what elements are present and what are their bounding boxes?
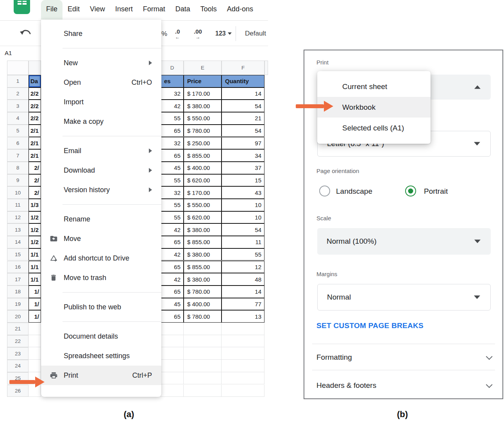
cell-d1[interactable]: es — [161, 75, 184, 87]
margins-select[interactable]: Normal — [317, 284, 491, 311]
cell-e23[interactable] — [184, 347, 222, 360]
cell-f11[interactable]: 10 — [222, 199, 265, 211]
row-header-24[interactable]: 24 — [7, 360, 29, 372]
row-header-7[interactable]: 7 — [7, 149, 29, 162]
file-menu-item-download[interactable]: Download — [41, 161, 161, 180]
cell-f25[interactable] — [222, 372, 265, 385]
cell-e20[interactable]: $ 780.00 — [184, 310, 222, 323]
portrait-radio[interactable] — [405, 186, 416, 196]
grid-corner[interactable] — [7, 61, 29, 75]
row-header-12[interactable]: 12 — [7, 211, 29, 224]
cell-e4[interactable]: $ 550.00 — [184, 112, 222, 125]
cell-f10[interactable]: 43 — [222, 186, 265, 199]
cell-a24[interactable] — [29, 360, 41, 372]
cell-a20[interactable]: 1/ — [29, 310, 41, 323]
row-header-18[interactable]: 18 — [7, 286, 29, 298]
cell-d2[interactable]: 32 — [161, 87, 184, 100]
row-header-8[interactable]: 8 — [7, 162, 29, 174]
cell-f14[interactable]: 11 — [222, 236, 265, 248]
cell-f5[interactable]: 54 — [222, 125, 265, 137]
menubar-item-view[interactable]: View — [85, 0, 110, 20]
cell-a18[interactable]: 1/ — [29, 286, 41, 298]
row-header-16[interactable]: 16 — [7, 261, 29, 273]
cell-f22[interactable] — [222, 335, 265, 348]
cell-f8[interactable]: 37 — [222, 162, 265, 174]
cell-f1[interactable]: Quantity — [222, 75, 265, 87]
column-header-a[interactable] — [29, 61, 41, 75]
cell-e19[interactable]: $ 400.00 — [184, 298, 222, 311]
cell-e18[interactable]: $ 780.00 — [184, 286, 222, 298]
file-menu-item-rename[interactable]: Rename — [41, 209, 161, 229]
file-menu-item-version-history[interactable]: Version history — [41, 180, 161, 200]
cell-e3[interactable]: $ 380.00 — [184, 100, 222, 112]
cell-e16[interactable]: $ 855.00 — [184, 261, 222, 273]
row-header-9[interactable]: 9 — [7, 174, 29, 187]
cell-d23[interactable] — [161, 347, 184, 360]
cell-d4[interactable]: 55 — [161, 112, 184, 125]
cell-a15[interactable]: 1/1 — [29, 248, 41, 261]
cell-e12[interactable]: $ 620.00 — [184, 211, 222, 224]
cell-a14[interactable]: 1/2 — [29, 236, 41, 248]
set-custom-page-breaks-link[interactable]: SET CUSTOM PAGE BREAKS — [316, 321, 424, 330]
menubar-item-format[interactable]: Format — [138, 0, 170, 20]
file-menu-item-publish-to-the-web[interactable]: Publish to the web — [41, 297, 161, 317]
file-menu-item-spreadsheet-settings[interactable]: Spreadsheet settings — [41, 346, 161, 366]
cell-f12[interactable]: 10 — [222, 211, 265, 224]
cell-f17[interactable]: 48 — [222, 273, 265, 286]
cell-a7[interactable]: 2/1 — [29, 149, 41, 162]
cell-a21[interactable] — [29, 323, 41, 335]
cell-f6[interactable]: 97 — [222, 137, 265, 150]
row-header-14[interactable]: 14 — [7, 236, 29, 248]
cell-f23[interactable] — [222, 347, 265, 360]
column-header-f[interactable]: F — [222, 61, 265, 75]
cell-d26[interactable] — [161, 385, 184, 397]
cell-a6[interactable]: 2/1 — [29, 137, 41, 150]
file-menu-item-share[interactable]: Share — [41, 24, 161, 43]
cell-a4[interactable]: 2/2 — [29, 112, 41, 125]
row-header-22[interactable]: 22 — [7, 335, 29, 348]
file-menu-item-move-to-trash[interactable]: Move to trash — [41, 268, 161, 287]
file-menu-item-print[interactable]: PrintCtrl+P — [41, 366, 161, 385]
cell-d22[interactable] — [161, 335, 184, 348]
cell-a2[interactable]: 2/2 — [29, 87, 41, 100]
file-menu-item-import[interactable]: Import — [41, 92, 161, 112]
cell-f3[interactable]: 54 — [222, 100, 265, 112]
cell-f18[interactable]: 14 — [222, 286, 265, 298]
cell-e7[interactable]: $ 855.00 — [184, 149, 222, 162]
cell-e21[interactable] — [184, 323, 222, 335]
row-header-11[interactable]: 11 — [7, 199, 29, 211]
row-header-20[interactable]: 20 — [7, 310, 29, 323]
landscape-radio[interactable] — [319, 186, 330, 196]
cell-d6[interactable]: 32 — [161, 137, 184, 150]
cell-f4[interactable]: 21 — [222, 112, 265, 125]
file-menu-item-open[interactable]: OpenCtrl+O — [41, 73, 161, 92]
file-menu-item-email[interactable]: Email — [41, 141, 161, 161]
cell-d21[interactable] — [161, 323, 184, 335]
cell-d17[interactable]: 42 — [161, 273, 184, 286]
cell-a16[interactable]: 1/1 — [29, 261, 41, 273]
cell-e11[interactable]: $ 550.00 — [184, 199, 222, 211]
cell-d20[interactable]: 65 — [161, 310, 184, 323]
cell-a8[interactable]: 2/ — [29, 162, 41, 174]
cell-e10[interactable]: $ 170.00 — [184, 186, 222, 199]
cell-d24[interactable] — [161, 360, 184, 372]
row-header-23[interactable]: 23 — [7, 347, 29, 360]
column-header-e[interactable]: E — [184, 61, 222, 75]
scale-select[interactable]: Normal (100%) — [317, 228, 491, 255]
portrait-label[interactable]: Portrait — [424, 187, 448, 196]
row-header-17[interactable]: 17 — [7, 273, 29, 286]
landscape-label[interactable]: Landscape — [336, 187, 372, 196]
row-header-6[interactable]: 6 — [7, 137, 29, 150]
column-header-d[interactable]: D — [161, 61, 184, 75]
cell-f16[interactable]: 12 — [222, 261, 265, 273]
cell-f19[interactable]: 77 — [222, 298, 265, 311]
cell-f26[interactable] — [222, 385, 265, 397]
cell-d13[interactable]: 42 — [161, 223, 184, 236]
cell-d15[interactable]: 42 — [161, 248, 184, 261]
cell-a12[interactable]: 1/2 — [29, 211, 41, 224]
file-menu-item-add-shortcut-to-drive[interactable]: Add shortcut to Drive — [41, 248, 161, 268]
file-menu-item-move[interactable]: Move — [41, 229, 161, 248]
cell-a22[interactable] — [29, 335, 41, 348]
cell-f20[interactable]: 13 — [222, 310, 265, 323]
file-menu-item-new[interactable]: New — [41, 53, 161, 73]
